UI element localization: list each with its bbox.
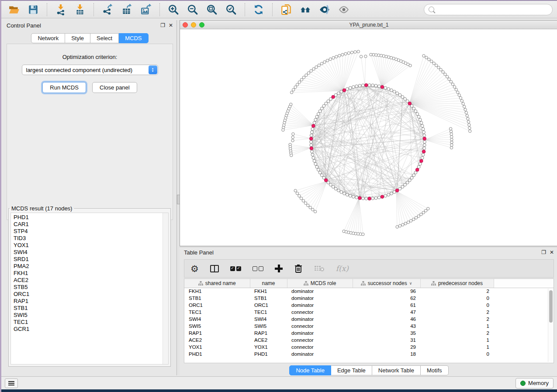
table-cell[interactable]: connector	[287, 323, 353, 330]
graph-node[interactable]	[292, 133, 294, 135]
table-row[interactable]: ACE2ACE2connector311	[184, 337, 554, 344]
table-cell[interactable]: ACE2	[250, 337, 287, 344]
zoom-in-button[interactable]	[165, 3, 182, 17]
graph-node[interactable]	[449, 127, 452, 130]
show-all-button[interactable]	[336, 3, 352, 17]
graph-node[interactable]	[374, 84, 377, 87]
table-cell[interactable]: SWI5	[250, 323, 287, 330]
graph-node[interactable]	[358, 84, 361, 87]
graph-node[interactable]	[337, 189, 340, 192]
table-cell[interactable]: ACE2	[184, 337, 250, 344]
mcds-graph-node[interactable]	[309, 137, 313, 141]
graph-node[interactable]	[368, 84, 371, 87]
graph-node[interactable]	[374, 196, 377, 199]
graph-node[interactable]	[448, 78, 450, 80]
mcds-graph-node[interactable]	[423, 137, 426, 141]
graph-node[interactable]	[362, 233, 364, 236]
close-panel-icon[interactable]: ✕	[169, 22, 173, 28]
result-node[interactable]: SRD1	[14, 256, 168, 263]
graph-node[interactable]	[290, 91, 293, 94]
graph-node[interactable]	[424, 209, 427, 212]
graph-node[interactable]	[416, 113, 419, 116]
refresh-layout-button[interactable]	[250, 3, 267, 17]
graph-node[interactable]	[466, 114, 468, 117]
result-node[interactable]: SWI5	[14, 312, 168, 319]
tab-network[interactable]: Network	[31, 33, 65, 43]
graph-node[interactable]	[450, 80, 452, 83]
graph-node[interactable]	[423, 134, 426, 137]
graph-node[interactable]	[422, 153, 425, 156]
graph-node[interactable]	[337, 92, 340, 95]
graph-node[interactable]	[427, 207, 429, 210]
table-cell[interactable]: ORC1	[184, 302, 250, 309]
table-cell[interactable]: 31	[353, 337, 420, 344]
table-cell[interactable]: STB1	[184, 295, 250, 302]
graph-node[interactable]	[335, 55, 338, 58]
result-node[interactable]: PHD1	[14, 214, 168, 221]
graph-node[interactable]	[423, 141, 426, 144]
table-cell[interactable]: 35	[353, 330, 420, 337]
graph-node[interactable]	[425, 56, 428, 59]
graph-node[interactable]	[377, 54, 380, 56]
graph-node[interactable]	[355, 196, 358, 199]
graph-node[interactable]	[292, 88, 295, 91]
graph-node[interactable]	[298, 195, 301, 197]
table-row[interactable]: PHD1PHD1dominator180	[184, 351, 554, 358]
table-cell[interactable]: 96	[353, 288, 420, 295]
graph-node[interactable]	[311, 208, 314, 211]
network-window-titlebar[interactable]: YPA_prune.txt_1	[180, 21, 557, 29]
graph-node[interactable]	[329, 183, 332, 186]
save-session-button[interactable]	[25, 3, 42, 17]
graph-node[interactable]	[371, 197, 374, 200]
table-cell[interactable]: 62	[353, 295, 420, 302]
graph-node[interactable]	[468, 127, 471, 129]
graph-node[interactable]	[312, 68, 315, 70]
graph-node[interactable]	[317, 168, 320, 172]
graph-node[interactable]	[346, 88, 349, 91]
graph-node[interactable]	[412, 107, 415, 110]
graph-node[interactable]	[352, 195, 355, 198]
graph-node[interactable]	[422, 131, 426, 134]
zoom-fit-button[interactable]	[204, 3, 220, 17]
graph-node[interactable]	[314, 118, 317, 121]
graph-node[interactable]	[450, 146, 453, 149]
table-cell[interactable]: dominator	[287, 302, 353, 309]
graph-node[interactable]	[450, 135, 453, 138]
graph-node[interactable]	[294, 86, 297, 88]
graph-node[interactable]	[412, 218, 415, 220]
unselect-all-columns-button[interactable]	[253, 262, 263, 275]
graph-node[interactable]	[310, 134, 313, 137]
mcds-graph-node[interactable]	[381, 195, 384, 199]
close-panel-button[interactable]: Close panel	[92, 82, 137, 93]
graph-node[interactable]	[414, 171, 417, 174]
graph-node[interactable]	[387, 193, 390, 196]
table-settings-button[interactable]: ⚙	[190, 262, 199, 275]
graph-node[interactable]	[311, 153, 314, 156]
graph-node[interactable]	[305, 74, 308, 76]
tab-select[interactable]: Select	[90, 33, 119, 43]
graph-node[interactable]	[307, 204, 309, 206]
graph-node[interactable]	[323, 61, 326, 63]
hide-selected-button[interactable]	[316, 3, 333, 17]
graph-node[interactable]	[464, 108, 467, 111]
graph-node[interactable]	[410, 176, 413, 179]
graph-node[interactable]	[310, 144, 313, 147]
graph-node[interactable]	[423, 147, 426, 150]
graph-node[interactable]	[396, 226, 398, 228]
graph-node[interactable]	[312, 156, 315, 159]
graph-node[interactable]	[364, 55, 367, 58]
tab-style[interactable]: Style	[65, 33, 90, 43]
table-cell[interactable]: RAP1	[250, 330, 287, 337]
graph-node[interactable]	[320, 174, 323, 177]
tab-motifs[interactable]: Motifs	[421, 365, 449, 375]
add-column-button[interactable]	[275, 262, 283, 275]
graph-node[interactable]	[467, 120, 470, 123]
graph-node[interactable]	[459, 96, 462, 99]
graph-node[interactable]	[460, 100, 463, 102]
mcds-graph-node[interactable]	[324, 179, 328, 182]
graph-node[interactable]	[370, 53, 372, 56]
graph-node[interactable]	[414, 110, 417, 113]
graph-node[interactable]	[357, 50, 360, 53]
zoom-selected-button[interactable]	[223, 3, 239, 17]
column-header[interactable]: MCDS role	[287, 279, 353, 288]
